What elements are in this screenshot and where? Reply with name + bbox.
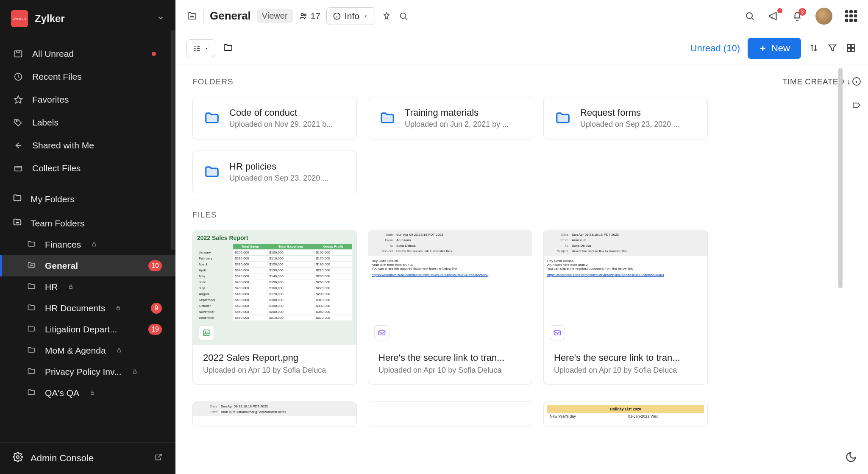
lock-icon [89,390,95,397]
info-button[interactable]: Info [326,7,375,25]
open-external-icon [154,453,163,464]
svg-point-15 [17,456,19,458]
section-label: My Folders [31,194,75,204]
sidebar: ZYLKER Zylker All Unread Recent Files Fa… [0,0,175,474]
folder-name: HR policies [229,161,345,172]
sidebar-item-finances[interactable]: Finances [0,234,175,255]
svg-point-22 [746,13,752,19]
sidebar-item-hr[interactable]: HR [0,276,175,298]
clock-icon [13,71,24,82]
team-folder-icon[interactable] [186,11,198,22]
nav-label: Collect Files [32,163,81,173]
folder-icon [27,367,37,377]
svg-point-3 [16,120,17,122]
folder-card[interactable]: Code of conductUploaded on Nov 29, 2021 … [192,97,357,139]
svg-point-9 [32,265,33,266]
apps-grid-icon[interactable] [845,10,857,22]
nav-recent-files[interactable]: Recent Files [0,65,175,88]
star-icon [13,94,24,105]
folder-sub: Uploaded on Nov 29, 2021 b... [229,120,345,129]
svg-rect-26 [851,48,854,51]
folder-icon [555,110,572,127]
nav-favorites[interactable]: Favorites [0,88,175,111]
sidebar-item-mom-agenda[interactable]: MoM & Agenda [0,340,175,361]
svg-point-5 [16,222,17,223]
nav-label: Labels [32,117,58,128]
tree-icon [193,44,201,53]
my-folders-section[interactable]: My Folders [0,186,175,210]
org-logo: ZYLKER [11,10,28,27]
unread-dot [152,52,156,56]
theme-toggle-icon[interactable] [845,451,858,464]
folder-icon [27,303,37,313]
bell-icon[interactable]: 3 [792,11,803,22]
lock-icon [68,284,74,291]
team-folder-icon [13,217,22,229]
team-folders-section[interactable]: Team Folders [0,210,175,234]
file-card[interactable]: 2022 Sales ReportTotal SalesTotal Expens… [192,230,357,385]
admin-console[interactable]: Admin Console [0,442,175,474]
svg-rect-12 [117,350,120,352]
folder-card[interactable]: Request formsUploaded on Sep 23, 2020 ..… [543,97,708,139]
file-sub: Uploaded on Apr 10 by Sofia Deluca [554,366,697,375]
search-in-folder-icon[interactable] [398,11,409,22]
grid-view-icon[interactable] [846,43,857,54]
avatar[interactable] [815,8,832,25]
label-icon[interactable] [851,100,862,111]
svg-point-19 [304,14,306,16]
nav-collect-files[interactable]: Collect Files [0,157,175,180]
folder-label: Privacy Policy Inv... [45,367,122,377]
folders-heading: FOLDERS [192,77,234,86]
file-card[interactable]: Holiday List 2020 New Year's day01-Jan-2… [543,402,708,427]
unread-link[interactable]: Unread (10) [690,43,740,54]
file-name: Here's the secure link to tran... [554,352,697,363]
svg-rect-10 [70,286,72,288]
count-badge: 9 [151,303,162,314]
nav-labels[interactable]: Labels [0,111,175,134]
content-area: FOLDERS TIME CREATED ↓ Code of conductUp… [175,64,868,474]
role-chip: Viewer [257,9,293,23]
file-card[interactable]: DateSun Apr 09 23:18:18 PDT 2023 FromAru… [368,230,532,385]
announcement-icon[interactable] [768,11,779,22]
search-icon[interactable] [744,11,755,22]
mail-type-icon [550,325,565,340]
sidebar-item-hr-documents[interactable]: HR Documents 9 [0,298,175,319]
people-icon [299,11,308,21]
folder-icon [204,110,221,127]
folder-outline-icon[interactable] [223,42,233,54]
main: General Viewer 17 Info [175,0,868,474]
file-card[interactable]: DateSun Apr 09 23:18:18 PDT 2023 FromAru… [543,230,708,385]
pin-icon[interactable] [381,11,392,22]
folder-sub: Uploaded on Sep 23, 2020 ... [580,120,696,129]
svg-rect-29 [379,331,385,335]
file-card[interactable] [368,402,532,427]
org-switcher[interactable]: ZYLKER Zylker [0,0,175,36]
sidebar-item-privacy-policy-inv-[interactable]: Privacy Policy Inv... [0,361,175,382]
member-count[interactable]: 17 [299,11,320,21]
folder-card[interactable]: Training materialsUploaded on Jun 2, 202… [368,97,532,139]
new-button[interactable]: New [748,38,801,59]
filter-icon[interactable] [827,43,838,54]
svg-rect-27 [203,330,209,335]
svg-rect-30 [554,331,561,335]
content-scrollbar[interactable] [838,68,843,288]
chevron-down-icon [204,46,209,51]
nav-all-unread[interactable]: All Unread [0,42,175,65]
sidebar-item-general[interactable]: General 10 [0,255,175,276]
sidebar-item-qa-s-qa[interactable]: QA's QA [0,382,175,404]
sidebar-item-litigation-depart-[interactable]: Litigation Depart... 19 [0,319,175,340]
nav-shared-with-me[interactable]: Shared with Me [0,134,175,157]
folder-card[interactable]: HR policiesUploaded on Sep 23, 2020 ... [192,151,357,193]
info-circle-icon[interactable] [851,76,862,87]
file-card[interactable]: DateSun Apr 09 23:18:18 PDT 2023FromArun… [192,402,357,427]
lock-icon [132,368,138,376]
folder-icon [27,261,37,271]
sort-icon[interactable] [809,43,820,54]
view-tree-button[interactable] [186,39,215,57]
nav-label: All Unread [32,49,74,59]
nav-label: Favorites [32,95,69,105]
folder-icon [13,193,22,205]
chevron-down-icon [363,13,369,19]
folder-label: Litigation Depart... [45,324,117,335]
svg-rect-11 [117,307,120,309]
